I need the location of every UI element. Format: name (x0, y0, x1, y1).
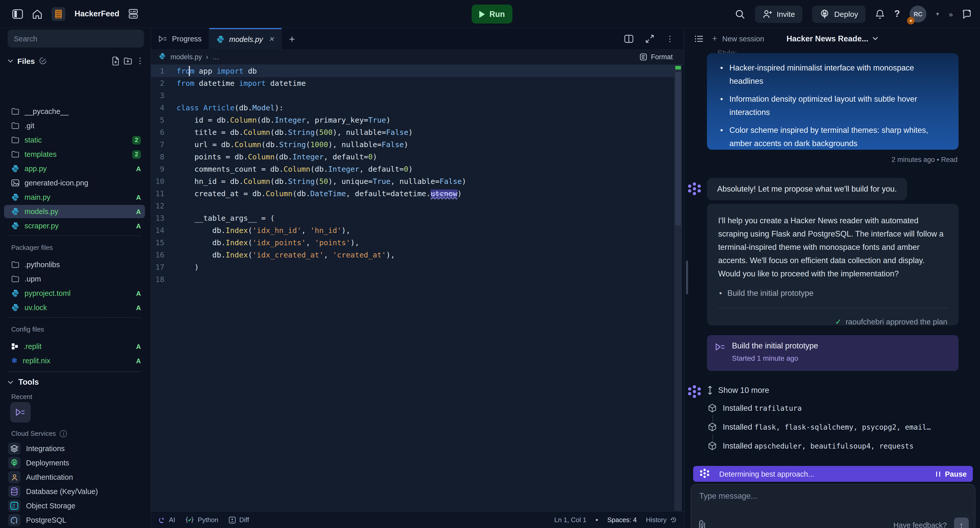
sidebar-item-authentication[interactable]: Authentication (4, 471, 145, 484)
breadcrumb-more[interactable]: … (212, 53, 219, 61)
file-row-uv-lock[interactable]: uv.lockA (4, 301, 145, 314)
expand-pane-icon[interactable] (646, 35, 654, 43)
file-row-scraper-py[interactable]: scraper.pyA (4, 219, 145, 233)
session-title-dropdown[interactable]: Hacker News Reade... (787, 34, 878, 43)
files-menu-kebab-icon[interactable]: ⋮ (136, 56, 144, 65)
search-input[interactable]: Search (8, 30, 144, 48)
file-row-pyproject-toml[interactable]: pyproject.tomlA (4, 287, 145, 300)
sidebar-item-object-storage[interactable]: 1001Object Storage (4, 499, 145, 512)
deploy-label: Deploy (834, 10, 858, 18)
code-line-15[interactable]: 15 db.Index('idx_points', 'points'), (151, 236, 674, 249)
code-line-10[interactable]: 10 hn_id = db.Column(db.String(50), uniq… (151, 175, 674, 188)
file-row-main-py[interactable]: main.pyA (4, 191, 145, 204)
ai-sparkle-icon (158, 516, 165, 523)
home-icon[interactable] (32, 9, 42, 19)
new-session-button[interactable]: ＋ New session (711, 33, 764, 44)
new-file-icon[interactable] (112, 56, 119, 65)
file-name: replit.nix (23, 357, 131, 365)
editor-menu-kebab-icon[interactable]: ⋮ (666, 34, 674, 43)
tab-models-py[interactable]: models.py ✕ (209, 28, 282, 49)
file-row-generated-icon-png[interactable]: generated-icon.png (4, 176, 145, 190)
chevron-down-icon[interactable] (8, 59, 13, 62)
code-line-1[interactable]: 1from app import db (151, 65, 674, 77)
chat-new-icon[interactable] (962, 9, 972, 19)
close-tab-icon[interactable]: ✕ (269, 35, 274, 43)
collapse-panel-icon[interactable]: » (948, 10, 952, 18)
split-editor-icon[interactable] (624, 35, 633, 43)
file-row-static[interactable]: static2 (4, 133, 145, 147)
sidebar-item-database-key-value-[interactable]: Database (Key/Value) (4, 485, 145, 498)
avatar[interactable]: RC ✦ (910, 6, 926, 22)
feedback-link[interactable]: Have feedback? (893, 521, 947, 528)
message-input[interactable]: Type message... Have feedback? ↑ (690, 484, 975, 528)
new-folder-icon[interactable] (124, 57, 132, 65)
code-line-16[interactable]: 16 db.Index('idx_created_at', 'created_a… (151, 249, 674, 261)
code-line-6[interactable]: 6 title = db.Column(db.String(500), null… (151, 126, 674, 139)
statusbar-history[interactable]: History (646, 516, 677, 524)
file-row-models-py[interactable]: models.pyA (4, 205, 145, 218)
file-row--replit[interactable]: .replitA (4, 340, 145, 353)
code-line-4[interactable]: 4class Article(db.Model): (151, 102, 674, 114)
code-line-2[interactable]: 2from datetime import datetime (151, 77, 674, 89)
code-line-5[interactable]: 5 id = db.Column(db.Integer, primary_key… (151, 114, 674, 126)
deploy-button[interactable]: Deploy (812, 5, 865, 23)
scrollbar-thumb[interactable] (675, 72, 681, 225)
code-editor[interactable]: 1from app import db2from datetime import… (151, 65, 674, 511)
file-row-replit-nix[interactable]: ❄replit.nixA (4, 354, 145, 367)
code-line-14[interactable]: 14 db.Index('idx_hn_id', 'hn_id'), (151, 224, 674, 236)
code-line-12[interactable]: 12 (151, 200, 674, 212)
file-row--git[interactable]: .git (4, 119, 145, 132)
server-grid-icon[interactable] (129, 9, 138, 19)
run-button[interactable]: Run (472, 5, 512, 24)
file-row--pythonlibs[interactable]: .pythonlibs (4, 258, 145, 271)
tools-section-header[interactable]: Tools (8, 378, 39, 387)
check-circle-icon[interactable] (39, 57, 47, 65)
file-row-app-py[interactable]: app.pyA (4, 162, 145, 175)
info-icon[interactable]: i (60, 430, 67, 437)
attach-paperclip-icon[interactable] (698, 520, 706, 528)
new-tab-button[interactable]: ＋ (282, 28, 302, 49)
sidebar-item-postgresql[interactable]: PostgreSQL (4, 514, 145, 527)
statusbar-ai[interactable]: AI (158, 516, 175, 524)
code-line-3[interactable]: 3 (151, 89, 674, 102)
sidebar-toggle-icon[interactable] (12, 9, 23, 19)
code-line-17[interactable]: 17 ) (151, 261, 674, 273)
send-button[interactable]: ↑ (954, 517, 969, 528)
installed-text: Installed flask, flask-sqlalchemy, psyco… (723, 423, 931, 432)
code-line-8[interactable]: 8 points = db.Column(db.Integer, default… (151, 151, 674, 163)
pause-button[interactable]: Pause (936, 470, 967, 478)
panel-scrollbar-thumb[interactable] (686, 260, 688, 294)
sidebar-item-deployments[interactable]: Deployments (4, 456, 145, 469)
recent-tool-terminal-button[interactable] (10, 402, 30, 423)
invite-button[interactable]: Invite (755, 5, 803, 23)
code-line-7[interactable]: 7 url = db.Column(db.String(1000), nulla… (151, 139, 674, 151)
file-row--pycache-[interactable]: __pycache__ (4, 105, 145, 118)
statusbar-spaces[interactable]: Spaces: 4 (607, 516, 637, 524)
code-line-11[interactable]: 11 created_at = db.Column(db.DateTime, d… (151, 188, 674, 200)
file-row-templates[interactable]: templates2 (4, 148, 145, 161)
breadcrumb-file[interactable]: models.py (170, 53, 202, 61)
search-icon[interactable] (735, 9, 745, 19)
file-row--upm[interactable]: .upm (4, 272, 145, 286)
code-line-13[interactable]: 13 __table_args__ = ( (151, 212, 674, 224)
file-name: uv.lock (24, 303, 131, 312)
statusbar-language[interactable]: Python (186, 516, 218, 524)
tab-progress[interactable]: Progress (151, 28, 209, 49)
code-line-18[interactable]: 18 (151, 273, 674, 286)
task-progress-card[interactable]: Build the initial prototype Started 1 mi… (707, 335, 959, 371)
sidebar-item-integrations[interactable]: Integrations (4, 442, 145, 455)
show-more-button[interactable]: Show 10 more (707, 386, 769, 395)
folder-icon (11, 108, 19, 115)
app-icon[interactable] (52, 7, 65, 21)
session-list-icon[interactable] (695, 35, 703, 42)
statusbar-cursor-position[interactable]: Ln 1, Col 1 (554, 516, 587, 524)
format-button[interactable]: Format (640, 53, 673, 61)
statusbar-diff[interactable]: Diff (229, 516, 249, 524)
notifications-bell-icon[interactable] (875, 9, 885, 19)
code-line-9[interactable]: 9 comments_count = db.Column(db.Integer,… (151, 163, 674, 175)
help-icon[interactable]: ? (894, 9, 900, 19)
search-placeholder: Search (14, 35, 37, 43)
account-chevron-icon[interactable]: ▾ (936, 11, 939, 18)
format-doc-icon (640, 53, 647, 61)
editor-scrollbar[interactable] (674, 65, 682, 511)
